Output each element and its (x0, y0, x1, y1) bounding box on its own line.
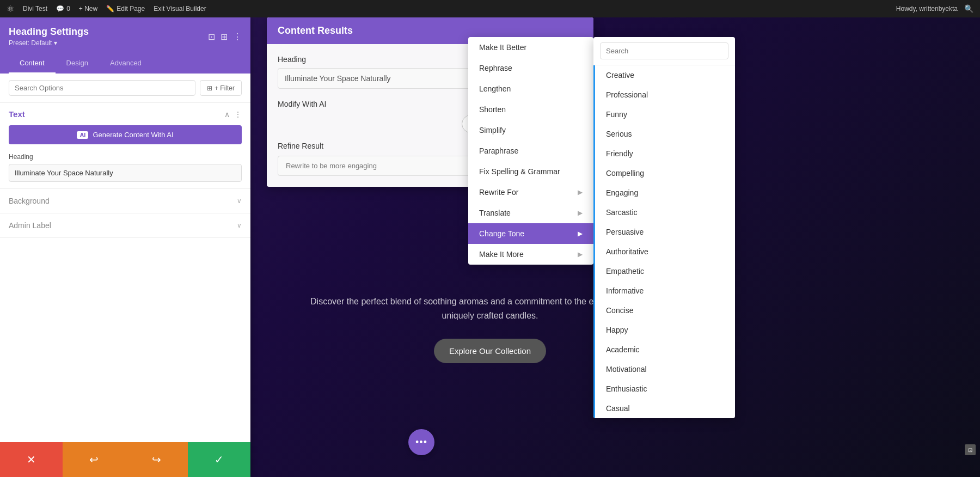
settings-search-area: ⊞ + Filter (0, 74, 250, 103)
background-label: Background (9, 197, 50, 205)
tab-content[interactable]: Content (9, 53, 56, 74)
menu-item-lengthen[interactable]: Lengthen (468, 78, 593, 99)
tone-friendly[interactable]: Friendly (595, 144, 735, 163)
rewrite-for-arrow-icon: ▶ (578, 188, 583, 196)
floating-menu-button[interactable]: ••• (408, 429, 434, 455)
ai-icon: AI (77, 131, 88, 139)
context-menu: Make It Better Rephrase Lengthen Shorten… (468, 37, 593, 265)
background-chevron-icon: ∨ (237, 197, 242, 205)
tone-motivational[interactable]: Motivational (595, 359, 735, 379)
text-section-header: Text ∧ ⋮ (9, 109, 242, 119)
tone-professional[interactable]: Professional (595, 85, 735, 105)
tone-concise[interactable]: Concise (595, 301, 735, 320)
comments-link[interactable]: 💬 0 (56, 5, 70, 13)
tone-serious[interactable]: Serious (595, 124, 735, 144)
wordpress-icon[interactable]: ⚛ (7, 4, 14, 14)
settings-tabs: Content Design Advanced (0, 53, 250, 74)
admin-bar: ⚛ Divi Test 💬 0 + New ✏️ Edit Page Exit … (0, 0, 980, 17)
howdy-user[interactable]: Howdy, writtenbyekta (896, 5, 958, 13)
tone-creative[interactable]: Creative (595, 65, 735, 85)
tone-empathetic[interactable]: Empathetic (595, 261, 735, 281)
settings-header-icons: ⊡ ⊞ ⋮ (208, 32, 242, 42)
admin-bar-right: Howdy, writtenbyekta 🔍 (896, 4, 973, 13)
tone-sarcastic[interactable]: Sarcastic (595, 203, 735, 222)
text-section: Text ∧ ⋮ AI Generate Content With AI Hea… (0, 103, 250, 189)
admin-search-icon[interactable]: 🔍 (964, 4, 973, 13)
cancel-button[interactable]: ✕ (0, 442, 63, 477)
menu-item-make-it-better[interactable]: Make It Better (468, 37, 593, 58)
text-section-controls: ∧ ⋮ (224, 110, 242, 119)
tone-happy[interactable]: Happy (595, 320, 735, 340)
settings-search-input[interactable] (9, 80, 195, 96)
menu-item-rewrite-for[interactable]: Rewrite For ▶ (468, 182, 593, 203)
menu-item-simplify[interactable]: Simplify (468, 120, 593, 140)
site-name[interactable]: Divi Test (23, 5, 47, 13)
menu-item-rephrase[interactable]: Rephrase (468, 58, 593, 78)
tone-submenu: Creative Professional Funny Serious Frie… (593, 37, 735, 418)
save-button[interactable]: ✓ (188, 442, 250, 477)
page-background: Discover the perfect blend of soothing a… (0, 17, 980, 477)
content-results-title: Content Results (278, 25, 583, 36)
tone-informative[interactable]: Informative (595, 281, 735, 301)
tone-search-area (593, 37, 735, 65)
menu-item-fix-spelling[interactable]: Fix Spelling & Grammar (468, 161, 593, 182)
translate-arrow-icon: ▶ (578, 209, 583, 217)
preset-arrow-icon: ▾ (54, 39, 57, 47)
admin-label-chevron-icon: ∨ (237, 222, 242, 229)
menu-item-translate[interactable]: Translate ▶ (468, 203, 593, 223)
tone-enthusiastic[interactable]: Enthusiastic (595, 379, 735, 399)
tone-authoritative[interactable]: Authoritative (595, 242, 735, 261)
explore-collection-button[interactable]: Explore Our Collection (434, 339, 546, 363)
section-more-icon[interactable]: ⋮ (234, 110, 242, 119)
more-options-icon[interactable]: ⋮ (233, 32, 242, 42)
filter-button[interactable]: ⊞ + Filter (200, 80, 242, 96)
tone-compelling[interactable]: Compelling (595, 163, 735, 183)
tone-persuasive[interactable]: Persuasive (595, 222, 735, 242)
collapse-icon[interactable]: ∧ (224, 110, 230, 119)
menu-item-change-tone[interactable]: Change Tone ▶ (468, 223, 593, 244)
text-section-title: Text (9, 109, 25, 119)
menu-item-make-it-more[interactable]: Make It More ▶ (468, 244, 593, 265)
tone-search-input[interactable] (600, 42, 728, 59)
edit-page[interactable]: ✏️ Edit Page (106, 5, 145, 13)
make-it-more-arrow-icon: ▶ (578, 250, 583, 258)
menu-item-shorten[interactable]: Shorten (468, 99, 593, 120)
comments-icon: 💬 (56, 5, 64, 13)
heading-settings-panel: Heading Settings Preset: Default ▾ ⊡ ⊞ ⋮… (0, 17, 250, 477)
background-section[interactable]: Background ∨ (0, 189, 250, 213)
heading-input[interactable] (9, 164, 242, 182)
admin-label-label: Admin Label (9, 221, 51, 230)
resize-handle[interactable]: ⊡ (965, 444, 976, 455)
tone-academic[interactable]: Academic (595, 340, 735, 359)
exit-visual-builder[interactable]: Exit Visual Builder (154, 5, 206, 13)
settings-action-bar: ✕ ↩ ↪ ✓ (0, 442, 250, 477)
generate-content-button[interactable]: AI Generate Content With AI (9, 125, 242, 144)
change-tone-arrow-icon: ▶ (578, 230, 583, 237)
preset-dropdown[interactable]: Preset: Default ▾ (9, 39, 89, 47)
undo-button[interactable]: ↩ (63, 442, 125, 477)
redo-button[interactable]: ↪ (125, 442, 188, 477)
settings-title: Heading Settings (9, 26, 89, 38)
heading-field-label: Heading (9, 153, 242, 161)
expand-icon[interactable]: ⊞ (220, 32, 228, 42)
settings-header: Heading Settings Preset: Default ▾ ⊡ ⊞ ⋮ (0, 17, 250, 53)
new-content[interactable]: + New (79, 5, 97, 13)
fullscreen-icon[interactable]: ⊡ (208, 32, 215, 42)
tone-casual[interactable]: Casual (595, 399, 735, 418)
tab-design[interactable]: Design (56, 53, 99, 74)
tone-list: Creative Professional Funny Serious Frie… (593, 65, 735, 418)
tab-advanced[interactable]: Advanced (99, 53, 152, 74)
tone-funny[interactable]: Funny (595, 105, 735, 124)
filter-icon: ⊞ (207, 84, 212, 92)
tone-engaging[interactable]: Engaging (595, 183, 735, 203)
menu-item-paraphrase[interactable]: Paraphrase (468, 140, 593, 161)
admin-label-section[interactable]: Admin Label ∨ (0, 213, 250, 238)
resize-icon: ⊡ (968, 447, 972, 453)
